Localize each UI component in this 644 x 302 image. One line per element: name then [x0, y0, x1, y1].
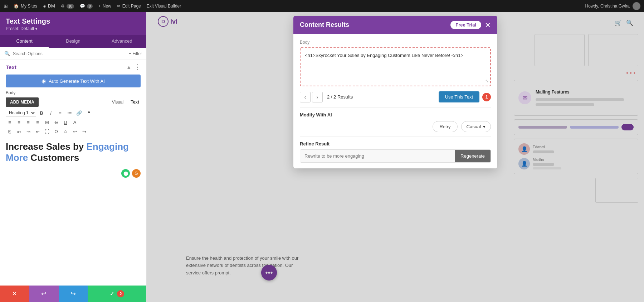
text-result-area[interactable]: <h1>Skyrocket Your Sales by Engaging Cus… — [300, 47, 491, 86]
special-char-button[interactable]: Ω — [52, 128, 60, 135]
new-item[interactable]: + New — [98, 4, 111, 9]
tab-text[interactable]: Text — [129, 99, 141, 105]
comments-item[interactable]: 💬 0 — [80, 4, 93, 9]
indent-button[interactable]: ⇥ — [24, 128, 32, 135]
tab-design[interactable]: Design — [49, 35, 97, 48]
align-justify-button[interactable]: ≡ — [34, 118, 42, 126]
save-button[interactable]: ✓ 2 — [88, 286, 146, 302]
underline-button[interactable]: U — [62, 118, 69, 126]
section-header: Text ▲ ⋮ — [6, 63, 141, 71]
modal-header-right: Free Trial ✕ — [450, 21, 491, 29]
admin-bar-right: Howdy, Christina Gwira — [585, 2, 640, 10]
ai-circle-orange[interactable]: G — [132, 169, 141, 178]
close-button[interactable]: ✕ — [0, 286, 29, 302]
divider-1 — [300, 107, 491, 108]
casual-dropdown-button[interactable]: Casual ▾ — [461, 121, 491, 132]
fullscreen-button[interactable]: ⛶ — [43, 128, 51, 135]
heading-select[interactable]: Heading 1 — [6, 109, 36, 117]
wp-icon[interactable]: ⊞ — [4, 3, 8, 9]
sidebar-header: Text Settings Preset: Default ▾ — [0, 12, 146, 35]
add-media-button[interactable]: ADD MEDIA — [6, 97, 39, 107]
action-buttons: Use This Text 1 — [439, 91, 491, 102]
sidebar-preset: Preset: Default ▾ — [6, 26, 141, 31]
italic-button[interactable]: I — [47, 109, 55, 117]
ai-circle-green[interactable]: ⬤ — [121, 169, 130, 178]
heading-preview: Increase Sales by Engaging More Customer… — [6, 137, 141, 168]
search-input[interactable] — [13, 51, 126, 56]
copy-button[interactable]: ⎘ — [6, 128, 14, 135]
nav-arrows: ‹ › 2 / 2 Results — [300, 92, 356, 102]
notification-badge: 1 — [482, 93, 491, 101]
section-title: Text — [6, 64, 16, 70]
ordered-list-button[interactable]: ≔ — [65, 109, 73, 117]
free-trial-badge[interactable]: Free Trial — [450, 21, 481, 29]
emoji-button[interactable]: ☺ — [62, 128, 69, 135]
user-avatar — [633, 2, 640, 10]
bold-button[interactable]: B — [38, 109, 45, 117]
content-area: D ivi Home About Us Services Portfolio C… — [147, 12, 644, 302]
outdent-button[interactable]: ⇤ — [34, 128, 42, 135]
text-section: Text ▲ ⋮ ◉ Auto Generate Text With AI Bo… — [0, 59, 146, 180]
strikethrough-button[interactable]: S — [52, 118, 60, 126]
align-right-button[interactable]: ≡ — [24, 118, 32, 126]
collapse-icon[interactable]: ▲ — [126, 64, 131, 70]
more-options-icon[interactable]: ⋮ — [134, 63, 141, 71]
save-badge: 2 — [117, 290, 124, 297]
use-text-button[interactable]: Use This Text — [439, 91, 479, 102]
modal-overlay: Content Results Free Trial ✕ Body <h1>Sk… — [147, 12, 644, 302]
modal-title: Content Results — [300, 21, 349, 29]
modal-body: Body <h1>Skyrocket Your Sales by Engagin… — [293, 34, 497, 168]
tab-content[interactable]: Content — [0, 35, 49, 48]
search-icon: 🔍 — [4, 51, 10, 56]
divi-item[interactable]: ◈ Divi — [43, 4, 55, 9]
modal-header: Content Results Free Trial ✕ — [293, 16, 497, 34]
updates-item[interactable]: ♻ 10 — [61, 4, 74, 9]
unordered-list-button[interactable]: ≡ — [56, 109, 64, 117]
edit-page-item[interactable]: ✏ Edit Page — [117, 4, 141, 9]
content-results-modal: Content Results Free Trial ✕ Body <h1>Sk… — [293, 16, 497, 168]
quote-button[interactable]: ❝ — [85, 109, 93, 117]
tab-advanced[interactable]: Advanced — [98, 35, 146, 48]
filter-button[interactable]: + Filter — [129, 51, 142, 56]
body-label: Body — [6, 90, 141, 95]
toolbar-row-2: ≡ ≡ ≡ ≡ ⊞ S U A — [6, 118, 141, 126]
divider-2 — [300, 136, 491, 137]
modify-label: Modify With AI — [300, 112, 491, 118]
refine-row: Regenerate — [300, 149, 491, 163]
chevron-icon: ▾ — [483, 124, 486, 129]
ai-icons: ⬤ G — [6, 169, 141, 178]
refine-input[interactable] — [300, 150, 455, 162]
admin-bar: ⊞ 🏠 My Sites ◈ Divi ♻ 10 💬 0 + New ✏ Edi… — [0, 0, 644, 12]
regenerate-button[interactable]: Regenerate — [455, 150, 491, 162]
website-preview: D ivi Home About Us Services Portfolio C… — [147, 12, 644, 302]
next-result-button[interactable]: › — [312, 92, 323, 102]
color-button[interactable]: A — [71, 118, 79, 126]
tab-visual[interactable]: Visual — [111, 99, 125, 105]
resize-handle[interactable]: ⤡ — [485, 78, 489, 84]
main-container: Text Settings Preset: Default ▾ Content … — [0, 12, 644, 302]
undo-button[interactable]: ↩ — [71, 128, 79, 135]
table-button[interactable]: ⊞ — [43, 118, 51, 126]
retry-button[interactable]: Retry — [433, 121, 457, 132]
my-sites[interactable]: 🏠 My Sites — [14, 4, 37, 9]
modify-controls: Retry Casual ▾ — [300, 121, 491, 132]
ai-generate-button[interactable]: ◉ Auto Generate Text With AI — [6, 75, 141, 87]
link-button[interactable]: 🔗 — [75, 109, 83, 117]
result-count: 2 / 2 Results — [327, 94, 353, 100]
sidebar-tabs: Content Design Advanced — [0, 35, 146, 48]
align-left-button[interactable]: ≡ — [6, 118, 14, 126]
redo-button[interactable]: ↪ — [80, 128, 88, 135]
subscript-button[interactable]: x₂ — [15, 128, 23, 135]
undo-bottom-button[interactable]: ↩ — [29, 286, 59, 302]
toolbar-row-3: ⎘ x₂ ⇥ ⇤ ⛶ Ω ☺ ↩ ↪ — [6, 128, 141, 135]
refine-label: Refine Result — [300, 141, 491, 147]
section-controls: ▲ ⋮ — [126, 63, 141, 71]
chevron-down-icon: ▾ — [35, 27, 37, 31]
prev-result-button[interactable]: ‹ — [300, 92, 311, 102]
exit-builder-item[interactable]: Exit Visual Builder — [147, 4, 181, 9]
nav-row: ‹ › 2 / 2 Results Use This Text 1 — [300, 91, 491, 102]
align-center-button[interactable]: ≡ — [15, 118, 23, 126]
modal-close-button[interactable]: ✕ — [485, 21, 491, 29]
redo-bottom-button[interactable]: ↪ — [59, 286, 88, 302]
sidebar: Text Settings Preset: Default ▾ Content … — [0, 12, 147, 302]
